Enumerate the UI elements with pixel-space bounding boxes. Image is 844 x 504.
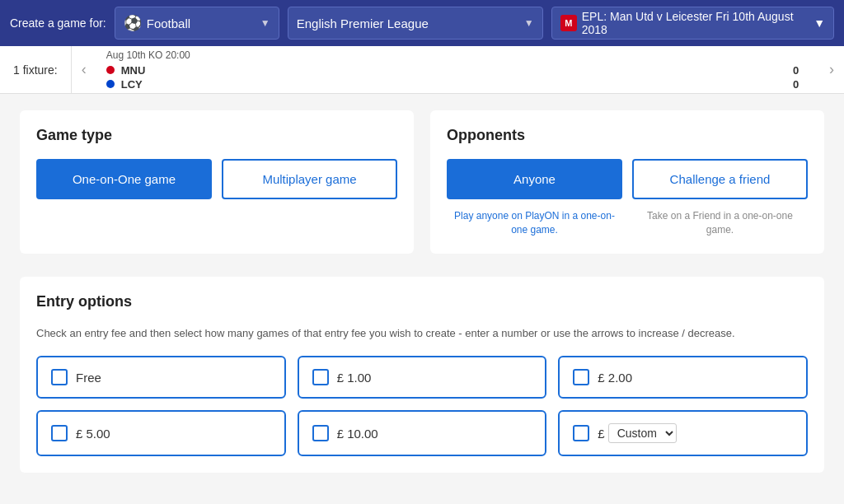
league-value: English Premier League	[297, 16, 429, 30]
create-label: Create a game for:	[10, 16, 106, 30]
fixture-label: 1 fixture:	[0, 46, 72, 93]
team-row: MNU 0	[106, 64, 809, 77]
top-sections: Game type One-on-One game Multiplayer ga…	[20, 110, 824, 254]
entry-label-2: £ 2.00	[598, 371, 632, 385]
entry-option-5[interactable]: £ 5.00	[36, 410, 286, 456]
entry-options-title: Entry options	[36, 293, 808, 310]
team-score-lcy: 0	[793, 78, 809, 91]
entry-label-1: £ 1.00	[337, 371, 372, 385]
anyone-button[interactable]: Anyone	[447, 159, 622, 199]
main-content: Game type One-on-One game Multiplayer ga…	[0, 94, 844, 489]
fixture-teams: MNU 0 LCY 0	[106, 64, 809, 91]
fixture-prev-button[interactable]: ‹	[72, 46, 96, 93]
entry-option-1[interactable]: £ 1.00	[298, 356, 547, 399]
custom-amount-select[interactable]: Custom 0.50 3.00 4.00 20.00	[608, 423, 677, 443]
epl-badge: M	[560, 15, 577, 31]
game-type-title: Game type	[36, 127, 397, 144]
fixture-content: Aug 10th KO 20:00 MNU 0 LCY 0	[96, 44, 819, 96]
game-type-section: Game type One-on-One game Multiplayer ga…	[20, 110, 414, 254]
team-row: LCY 0	[106, 78, 809, 91]
multiplayer-button[interactable]: Multiplayer game	[222, 159, 397, 199]
entry-label-free: Free	[76, 371, 101, 385]
sport-value: Football	[147, 16, 190, 30]
match-value: EPL: Man Utd v Leicester Fri 10th August…	[582, 10, 809, 36]
entry-label-5: £ 5.00	[76, 427, 110, 441]
team-score-mnu: 0	[793, 64, 809, 77]
entry-grid: Free £ 1.00 £ 2.00 £ 5.00 £ 10.00	[36, 356, 808, 456]
entry-checkbox-free[interactable]	[51, 369, 68, 385]
entry-option-2[interactable]: £ 2.00	[558, 356, 808, 399]
team-abbr-lcy: LCY	[121, 78, 143, 91]
chevron-down-icon: ▼	[814, 16, 825, 30]
team-color-lcy	[106, 80, 115, 88]
sport-dropdown[interactable]: ⚽ Football ▼	[115, 7, 279, 40]
entry-checkbox-10[interactable]	[312, 425, 329, 441]
entry-option-free[interactable]: Free	[36, 356, 286, 399]
chevron-down-icon: ▼	[260, 17, 270, 29]
chevron-down-icon: ▼	[524, 17, 534, 29]
entry-option-custom[interactable]: £ Custom 0.50 3.00 4.00 20.00	[558, 410, 808, 456]
opponents-buttons: Anyone Play anyone on PlayON in a one-on…	[447, 159, 808, 237]
entry-label-10: £ 10.00	[337, 427, 378, 441]
entry-options-section: Entry options Check an entry fee and the…	[20, 277, 824, 474]
entry-option-10[interactable]: £ 10.00	[298, 410, 547, 456]
match-dropdown[interactable]: M EPL: Man Utd v Leicester Fri 10th Augu…	[551, 7, 834, 40]
currency-symbol: £	[598, 427, 604, 441]
team-color-mnu	[106, 66, 115, 74]
team-abbr-mnu: MNU	[121, 64, 146, 77]
entry-checkbox-5[interactable]	[51, 425, 68, 441]
opponents-title: Opponents	[447, 127, 808, 144]
custom-amount-input: £ Custom 0.50 3.00 4.00 20.00	[598, 423, 676, 443]
header: Create a game for: ⚽ Football ▼ English …	[0, 0, 844, 46]
one-on-one-button[interactable]: One-on-One game	[36, 159, 212, 199]
football-icon: ⚽	[124, 14, 142, 32]
entry-checkbox-2[interactable]	[573, 369, 589, 385]
fixture-date: Aug 10th KO 20:00	[106, 49, 809, 61]
league-dropdown[interactable]: English Premier League ▼	[288, 7, 543, 40]
anyone-description: Play anyone on PlayON in a one-on-one ga…	[447, 209, 622, 237]
entry-checkbox-1[interactable]	[312, 369, 329, 385]
game-type-buttons: One-on-One game Multiplayer game	[36, 159, 397, 199]
entry-instruction: Check an entry fee and then select how m…	[36, 325, 808, 342]
challenge-description: Take on a Friend in a one-on-one game.	[632, 209, 808, 237]
entry-checkbox-custom[interactable]	[573, 425, 589, 441]
fixture-next-button[interactable]: ›	[819, 46, 844, 93]
fixture-bar: 1 fixture: ‹ Aug 10th KO 20:00 MNU 0 LCY…	[0, 46, 844, 94]
challenge-friend-button[interactable]: Challenge a friend	[632, 159, 808, 199]
opponents-section: Opponents Anyone Play anyone on PlayON i…	[430, 110, 824, 254]
